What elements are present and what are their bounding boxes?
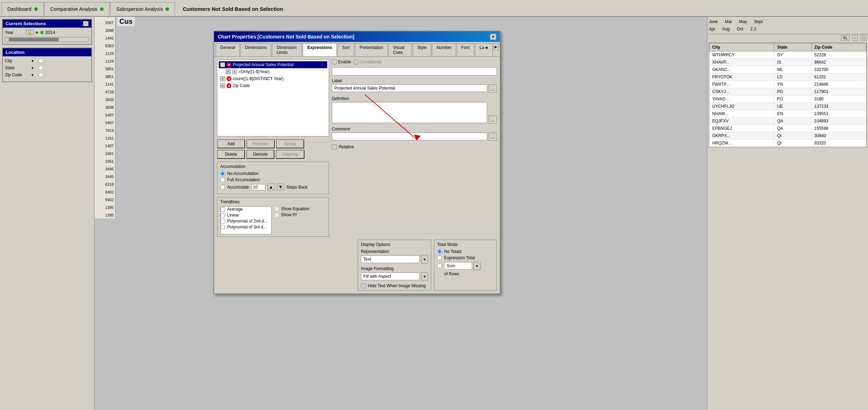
modal-tab-sort[interactable]: Sort [337, 43, 354, 56]
representation-dropdown-arrow[interactable]: ▼ [421, 255, 428, 263]
cell-zip: 139551 [811, 110, 866, 118]
xl-btn[interactable]: XL [841, 35, 849, 41]
modal-tab-scroll-right[interactable]: ► [493, 43, 498, 50]
year-selection-row: Year 🔒 ▼ 2014 [5, 30, 89, 35]
modal-tab-number[interactable]: Number [432, 43, 456, 56]
cell-zip: 102700 [811, 66, 866, 73]
show-equation-check[interactable] [274, 207, 279, 211]
no-totals-label: No Totals [444, 249, 462, 254]
steps-input[interactable] [251, 184, 265, 190]
steps-up[interactable]: ▲ [267, 184, 275, 190]
trend-poly2-check[interactable] [220, 219, 225, 224]
expr-expand-2[interactable]: + [226, 69, 231, 74]
demote-button[interactable]: Demote [246, 150, 274, 159]
cell-state: LD [774, 73, 811, 81]
col-zip: Zip Code [811, 43, 866, 51]
city-radio[interactable] [38, 58, 43, 63]
conditional-checkbox[interactable] [354, 59, 359, 64]
zipcode-label: Zip Code [5, 72, 29, 77]
sum-radio[interactable] [437, 263, 442, 268]
tab-salesperson[interactable]: Salesperson Analysis [110, 2, 175, 15]
expr-expand-3[interactable]: + [220, 76, 225, 81]
num-9402a: 9402 [94, 188, 115, 195]
minimize-table-btn[interactable]: − [852, 35, 858, 41]
comment-input[interactable] [332, 133, 487, 140]
definition-expand-btn[interactable]: ... [489, 115, 497, 124]
month-sept: Sept [754, 18, 763, 25]
modal-close-button[interactable]: × [490, 34, 496, 40]
num-1442: 1442 [94, 34, 115, 41]
accumulate-radio[interactable] [220, 185, 225, 190]
expression-total-radio[interactable] [437, 255, 442, 260]
conditional-input[interactable] [332, 67, 497, 76]
delete-button[interactable]: Delete [217, 150, 245, 159]
show-r2-check[interactable] [274, 213, 279, 217]
sum-dropdown-arrow[interactable]: ▼ [474, 262, 481, 270]
add-button[interactable]: Add [217, 139, 245, 148]
ungroup-button[interactable]: Ungroup [276, 150, 304, 159]
steps-down[interactable]: ▼ [277, 184, 284, 190]
maximize-table-btn[interactable]: □ [861, 35, 867, 41]
selections-scrollbar[interactable] [5, 37, 89, 42]
year-lock-btn[interactable]: 🔒 [26, 30, 34, 35]
group-button[interactable]: Group [276, 139, 304, 148]
cell-city: HRQZW... [709, 140, 774, 147]
zipcode-radio[interactable] [38, 72, 43, 77]
expr-expand-1[interactable]: + [220, 62, 225, 67]
label-expand-btn[interactable]: ... [489, 84, 497, 93]
definition-textarea[interactable] [332, 102, 487, 123]
representation-label: Representation [361, 249, 428, 254]
no-accumulation-row: No Accumulation [220, 171, 326, 176]
state-radio[interactable] [38, 65, 43, 70]
trend-poly3-check[interactable] [220, 225, 225, 229]
num-1124: 1124 [94, 57, 115, 64]
expr-item-4[interactable]: + ✕ Zip Code [219, 82, 327, 89]
modal-tab-expressions[interactable]: Expressions [303, 43, 337, 56]
steps-label: Steps Back [286, 185, 308, 190]
modal-tab-presentation[interactable]: Presentation [355, 43, 387, 56]
representation-input[interactable] [361, 255, 420, 263]
state-dropdown[interactable]: ▼ [31, 66, 34, 70]
city-dropdown[interactable]: ▼ [31, 59, 34, 63]
expression-properties-panel: Enable Conditional Label ... Definition [332, 59, 497, 237]
expr-item-3[interactable]: + ✕ count({1-$}DISTINCT Year) [219, 75, 327, 82]
relative-checkbox[interactable] [332, 144, 337, 149]
label-input[interactable] [332, 84, 487, 92]
cell-city: FRYOTOK [709, 73, 774, 81]
image-formatting-dropdown-arrow[interactable]: ▼ [421, 272, 428, 281]
modal-tab-dimensions[interactable]: Dimensions [240, 43, 272, 56]
zipcode-dropdown[interactable]: ▼ [31, 73, 34, 77]
tab-dashboard[interactable]: Dashboard [1, 2, 44, 15]
no-totals-radio[interactable] [437, 249, 442, 254]
enable-checkbox[interactable] [332, 59, 337, 64]
trend-linear-check[interactable] [220, 213, 225, 218]
current-selections-minimize[interactable]: − [83, 21, 89, 26]
trend-average-check[interactable] [220, 207, 225, 212]
full-accumulation-radio[interactable] [220, 177, 225, 182]
promote-button[interactable]: Promote [246, 139, 275, 148]
expr-expand-4[interactable]: + [220, 83, 225, 88]
sum-input[interactable] [444, 262, 472, 270]
trendlines-scroll[interactable]: Average Linear Polynomial of 2nd d... [220, 206, 272, 234]
modal-tab-la[interactable]: La◄ [475, 43, 493, 56]
modal-tab-style[interactable]: Style [413, 43, 431, 56]
modal-tab-font[interactable]: Font [457, 43, 474, 56]
trend-poly3-label: Polynomial of 3rd d... [227, 225, 267, 229]
cell-city: CSKYJ... [709, 88, 774, 96]
image-formatting-input[interactable] [361, 273, 420, 280]
tab-comparative[interactable]: Comparative Analysis [44, 2, 110, 15]
hide-text-checkbox[interactable] [361, 283, 366, 288]
modal-tab-general[interactable]: General [216, 43, 240, 56]
expr-icon-table-2: ≡ [232, 69, 237, 74]
no-accumulation-radio[interactable] [220, 171, 225, 176]
trend-linear: Linear [220, 213, 271, 218]
display-options-title: Display Options [361, 242, 428, 247]
cell-zip: 3180 [811, 96, 866, 103]
modal-tab-dimension-limits[interactable]: Dimension Limits [272, 43, 302, 56]
num-3445b: 3445 [94, 172, 115, 180]
enable-text: Enable [338, 59, 351, 64]
comment-expand-btn[interactable]: ... [489, 133, 497, 141]
modal-tab-visual-cues[interactable]: Visual Cues [388, 43, 412, 56]
expr-item-1[interactable]: + ✕ Projected Annual Sales Potential [219, 61, 327, 68]
expr-item-2[interactable]: + ≡ =Only({1-$}Year) [219, 68, 327, 75]
